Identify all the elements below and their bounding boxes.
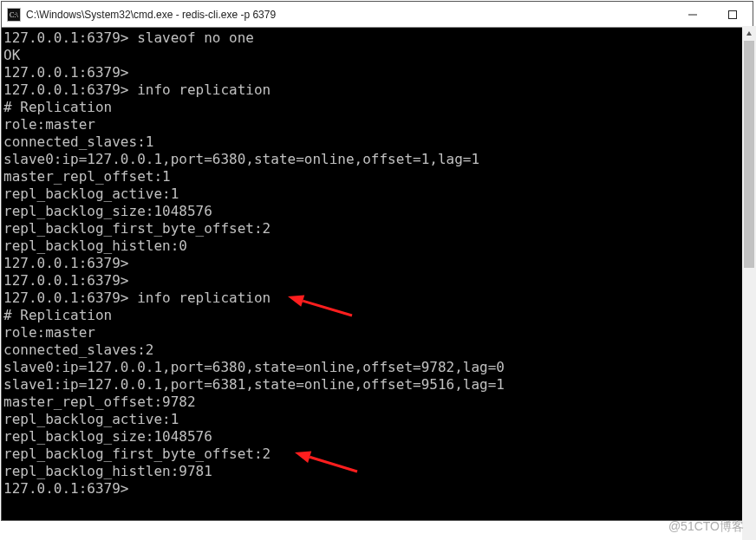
cmd-icon: C:\ [7,8,21,22]
terminal-line: 127.0.0.1:6379> [3,272,751,290]
cmd-window: C:\ C:\Windows\System32\cmd.exe - redis-… [1,1,753,521]
terminal-output[interactable]: 127.0.0.1:6379> slaveof no oneOK127.0.0.… [2,28,753,520]
svg-text:C:\: C:\ [10,11,19,19]
terminal-line: 127.0.0.1:6379> [3,64,751,81]
terminal-line: 127.0.0.1:6379> [3,480,751,498]
minimize-button[interactable] [673,2,713,27]
terminal-line: repl_backlog_first_byte_offset:2 [3,446,751,463]
window-title: C:\Windows\System32\cmd.exe - redis-cli.… [26,9,673,21]
terminal-line: 127.0.0.1:6379> info replication [3,290,751,307]
terminal-line: role:master [3,116,751,133]
terminal-line: # Replication [3,99,751,116]
terminal-line: repl_backlog_active:1 [3,411,751,428]
terminal-line: master_repl_offset:9782 [3,394,751,411]
terminal-line: slave1:ip=127.0.0.1,port=6381,state=onli… [3,376,751,394]
maximize-button[interactable] [713,2,753,27]
terminal-line: repl_backlog_histlen:9781 [3,463,751,480]
terminal-line: connected_slaves:2 [3,342,751,359]
terminal-line: repl_backlog_size:1048576 [3,203,751,220]
scrollbar[interactable] [742,26,756,540]
terminal-line: repl_backlog_size:1048576 [3,428,751,446]
terminal-line: # Replication [3,307,751,324]
terminal-line: repl_backlog_histlen:0 [3,237,751,255]
terminal-line: repl_backlog_active:1 [3,185,751,203]
terminal-line: role:master [3,324,751,342]
terminal-line: OK [3,47,751,64]
terminal-line: slave0:ip=127.0.0.1,port=6380,state=onli… [3,151,751,168]
terminal-line: master_repl_offset:1 [3,168,751,185]
scroll-up-button[interactable] [742,26,756,41]
terminal-line: slave0:ip=127.0.0.1,port=6380,state=onli… [3,359,751,376]
window-controls [673,2,753,27]
terminal-line: 127.0.0.1:6379> slaveof no one [3,29,751,47]
scroll-thumb[interactable] [744,41,754,268]
terminal-line: 127.0.0.1:6379> info replication [3,81,751,99]
svg-rect-4 [729,10,737,18]
terminal-line: connected_slaves:1 [3,133,751,151]
terminal-line: repl_backlog_first_byte_offset:2 [3,220,751,237]
terminal-line: 127.0.0.1:6379> [3,255,751,272]
titlebar[interactable]: C:\ C:\Windows\System32\cmd.exe - redis-… [2,2,753,28]
watermark: @51CTO博客 [668,519,744,535]
svg-marker-9 [746,31,752,36]
